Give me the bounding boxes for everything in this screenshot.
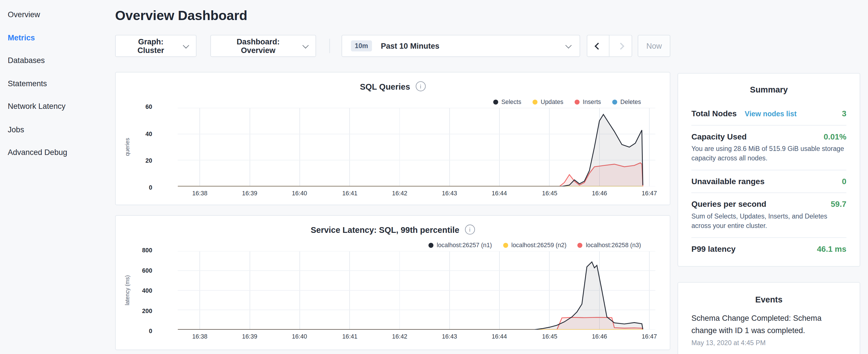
legend-dot: [503, 243, 508, 248]
events-heading: Events: [691, 295, 846, 304]
legend-dot: [428, 243, 433, 248]
legend-item-n2[interactable]: localhost:26259 (n2): [503, 242, 566, 248]
event-timestamp: May 13, 2020 at 4:45 PM: [691, 339, 846, 347]
service-latency-chart-card: Service Latency: SQL, 99th percentile lo…: [115, 215, 670, 350]
stat-capacity-used: Capacity Used 0.01% You are using 28.6 M…: [691, 125, 846, 169]
x-tick-label: 16:47: [642, 190, 657, 196]
stat-note: You are using 28.6 MiB of 515.9 GiB usab…: [691, 144, 846, 163]
chevron-down-icon: [566, 42, 572, 49]
app-root: Overview Metrics Databases Statements Ne…: [0, 0, 868, 354]
x-tick-label: 16:45: [542, 333, 557, 340]
legend-item-selects[interactable]: Selects: [493, 99, 521, 105]
legend-dot: [575, 99, 580, 104]
info-icon[interactable]: [415, 81, 426, 91]
sidebar-item-databases[interactable]: Databases: [0, 49, 115, 72]
x-tick-label: 16:39: [242, 333, 257, 340]
stat-value: 59.7: [831, 200, 846, 208]
x-tick-label: 16:45: [542, 190, 557, 196]
stat-note: Sum of Selects, Updates, Inserts, and De…: [691, 212, 846, 231]
y-axis-ticks: 60 40 20 0: [116, 103, 152, 191]
stat-label: Total Nodes: [691, 109, 737, 118]
x-tick-label: 16:39: [242, 190, 257, 196]
legend-item-inserts[interactable]: Inserts: [575, 99, 601, 105]
view-nodes-list-link[interactable]: View nodes list: [745, 109, 797, 118]
time-step-buttons: [587, 35, 632, 57]
stat-value: 0.01%: [824, 132, 846, 141]
legend-label: Deletes: [620, 99, 641, 105]
page-title: Overview Dashboard: [115, 8, 670, 23]
time-forward-button[interactable]: [610, 35, 632, 57]
sql-queries-plot[interactable]: [178, 108, 655, 187]
time-range-dropdown[interactable]: 10m Past 10 Minutes: [342, 35, 580, 57]
y-tick-label: 20: [146, 157, 152, 164]
right-sidebar: Summary Total Nodes View nodes list 3 Ca…: [677, 73, 860, 354]
legend-dot: [578, 243, 582, 248]
event-text: Schema Change Completed: Schema change w…: [691, 312, 846, 336]
x-tick-label: 16:44: [492, 190, 507, 196]
time-range-label: Past 10 Minutes: [381, 41, 439, 51]
graph-scope-dropdown-label: Graph: Cluster: [125, 37, 177, 55]
time-range-badge: 10m: [351, 40, 372, 52]
stat-label: P99 latency: [691, 245, 736, 254]
chevron-down-icon: [303, 42, 309, 49]
sidebar-item-network-latency[interactable]: Network Latency: [0, 95, 115, 118]
stat-label: Capacity Used: [691, 132, 747, 141]
now-button[interactable]: Now: [638, 35, 670, 57]
stat-value: 3: [842, 109, 846, 118]
y-tick-label: 800: [142, 247, 152, 253]
x-tick-label: 16:41: [342, 190, 358, 196]
y-tick-label: 60: [146, 103, 152, 110]
chart-legend: localhost:26257 (n1) localhost:26259 (n2…: [428, 242, 641, 248]
y-axis-ticks: 800 600 400 200 0: [116, 247, 152, 334]
x-tick-label: 16:46: [592, 190, 607, 196]
y-tick-label: 0: [149, 184, 152, 191]
legend-item-n1[interactable]: localhost:26257 (n1): [428, 242, 492, 248]
chart-title: Service Latency: SQL, 99th percentile: [311, 225, 459, 234]
legend-dot: [612, 99, 617, 104]
sql-queries-chart-card: SQL Queries Selects Updates Inserts Dele…: [115, 72, 670, 205]
x-tick-label: 16:42: [392, 190, 407, 196]
dashboard-dropdown[interactable]: Dashboard: Overview: [210, 35, 316, 57]
chevron-right-icon: [617, 42, 624, 50]
stat-p99-latency: P99 latency 46.1 ms: [691, 237, 846, 260]
legend-item-deletes[interactable]: Deletes: [612, 99, 641, 105]
stat-value: 46.1 ms: [817, 245, 846, 254]
x-tick-label: 16:43: [442, 190, 457, 196]
y-tick-label: 400: [142, 287, 152, 294]
cluster-summary-panel: Summary Total Nodes View nodes list 3 Ca…: [677, 73, 860, 267]
legend-dot: [493, 99, 498, 104]
x-tick-label: 16:43: [442, 333, 457, 340]
event-item: Schema Change Completed: Schema change w…: [691, 312, 846, 347]
stat-unavailable-ranges: Unavailable ranges 0: [691, 170, 846, 192]
legend-item-n3[interactable]: localhost:26258 (n3): [578, 242, 641, 248]
legend-label: Inserts: [583, 99, 601, 105]
x-tick-label: 16:41: [342, 333, 358, 340]
y-tick-label: 200: [142, 307, 152, 314]
sidebar-item-metrics[interactable]: Metrics: [0, 26, 115, 49]
chart-svg: [178, 251, 655, 330]
chart-legend: Selects Updates Inserts Deletes: [493, 99, 641, 105]
legend-label: Updates: [541, 99, 563, 105]
info-icon[interactable]: [465, 225, 475, 234]
stat-total-nodes: Total Nodes View nodes list 3: [691, 102, 846, 125]
x-axis-ticks: 16:38 16:39 16:40 16:41 16:42 16:43 16:4…: [178, 190, 655, 197]
summary-heading: Summary: [691, 85, 846, 94]
sidebar-item-overview[interactable]: Overview: [0, 3, 115, 26]
chart-svg: [178, 108, 655, 187]
x-tick-label: 16:40: [292, 190, 307, 196]
dashboard-dropdown-label: Dashboard: Overview: [219, 37, 297, 55]
chevron-down-icon: [183, 42, 189, 49]
y-tick-label: 0: [149, 327, 152, 334]
legend-label: localhost:26258 (n3): [586, 242, 641, 248]
x-tick-label: 16:46: [592, 333, 607, 340]
sidebar-item-jobs[interactable]: Jobs: [0, 118, 115, 141]
service-latency-plot[interactable]: [178, 251, 655, 330]
sidebar-item-statements[interactable]: Statements: [0, 72, 115, 95]
stat-queries-per-second: Queries per second 59.7 Sum of Selects, …: [691, 192, 846, 237]
stat-label: Unavailable ranges: [691, 177, 765, 186]
time-back-button[interactable]: [587, 35, 610, 57]
stat-value: 0: [842, 177, 846, 186]
legend-item-updates[interactable]: Updates: [532, 99, 563, 105]
graph-scope-dropdown[interactable]: Graph: Cluster: [115, 35, 196, 57]
sidebar-item-advanced-debug[interactable]: Advanced Debug: [0, 141, 115, 164]
